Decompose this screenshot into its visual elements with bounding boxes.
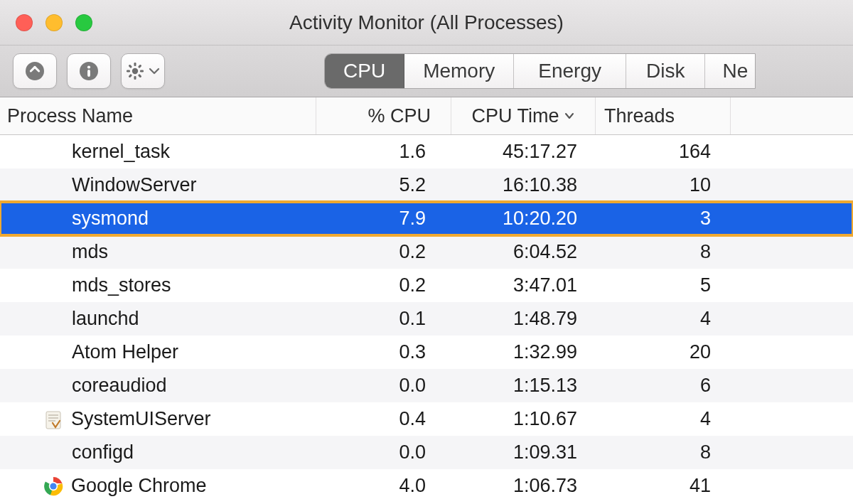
svg-rect-18 bbox=[48, 420, 55, 422]
cell-threads: 8 bbox=[596, 235, 731, 269]
stop-icon bbox=[25, 61, 45, 81]
cell-process-name: kernel_task bbox=[0, 135, 316, 168]
process-name-label: configd bbox=[72, 441, 134, 463]
cell-cpu-time: 16:10.38 bbox=[451, 168, 596, 202]
process-name-label: SystemUIServer bbox=[71, 408, 211, 430]
process-table-body: kernel_task1.645:17.27164WindowServer5.2… bbox=[0, 135, 853, 503]
svg-rect-12 bbox=[128, 74, 132, 78]
systemui-icon bbox=[43, 409, 64, 430]
cell-cpu-percent: 1.6 bbox=[316, 135, 451, 168]
column-label: CPU Time bbox=[471, 105, 559, 127]
cell-threads: 4 bbox=[596, 402, 731, 436]
process-name-label: Google Chrome bbox=[71, 475, 207, 497]
svg-rect-7 bbox=[134, 63, 136, 66]
svg-rect-5 bbox=[87, 70, 90, 77]
process-name-label: WindowServer bbox=[72, 174, 197, 196]
tab-network[interactable]: Ne bbox=[705, 54, 755, 88]
svg-point-6 bbox=[132, 68, 138, 74]
column-header-threads[interactable]: Threads bbox=[596, 97, 731, 134]
tab-cpu[interactable]: CPU bbox=[325, 54, 404, 88]
cell-cpu-time: 1:10.67 bbox=[451, 402, 596, 436]
cell-cpu-percent: 0.1 bbox=[316, 302, 451, 336]
titlebar: Activity Monitor (All Processes) bbox=[0, 0, 853, 45]
cell-cpu-time: 45:17.27 bbox=[451, 135, 596, 168]
tab-label: Disk bbox=[646, 60, 685, 82]
inspect-process-button[interactable] bbox=[67, 53, 111, 89]
stop-process-button[interactable] bbox=[13, 53, 57, 89]
column-label: Process Name bbox=[7, 105, 133, 127]
table-row[interactable]: WindowServer5.216:10.3810 bbox=[0, 168, 853, 202]
window-close-button[interactable] bbox=[16, 14, 33, 31]
svg-point-0 bbox=[26, 62, 44, 80]
table-row[interactable]: sysmond7.910:20.203 bbox=[0, 202, 853, 235]
cell-threads: 164 bbox=[596, 135, 731, 168]
process-name-label: sysmond bbox=[72, 208, 149, 230]
cpu-time-value: 1:10.67 bbox=[513, 408, 577, 430]
traffic-lights bbox=[0, 14, 92, 31]
gear-icon bbox=[126, 62, 144, 80]
cell-threads: 8 bbox=[596, 436, 731, 469]
cell-cpu-time: 1:09.31 bbox=[451, 436, 596, 469]
table-header: Process Name % CPU CPU Time Threads bbox=[0, 97, 853, 135]
cpu-time-value: 1:32.99 bbox=[513, 341, 577, 363]
table-row[interactable]: mds_stores0.23:47.015 bbox=[0, 269, 853, 302]
cell-cpu-time: 1:15.13 bbox=[451, 369, 596, 402]
cpu-percent-value: 0.4 bbox=[399, 408, 426, 430]
table-row[interactable]: Atom Helper0.31:32.9920 bbox=[0, 336, 853, 369]
cpu-time-value: 6:04.52 bbox=[513, 241, 577, 263]
settings-menu-button[interactable] bbox=[121, 53, 165, 89]
process-name-label: mds_stores bbox=[72, 274, 171, 296]
info-icon bbox=[79, 61, 99, 81]
cpu-time-value: 10:20.20 bbox=[503, 208, 577, 230]
window-zoom-button[interactable] bbox=[75, 14, 92, 31]
cell-cpu-percent: 0.4 bbox=[316, 402, 451, 436]
svg-rect-11 bbox=[138, 64, 142, 68]
toolbar: CPU Memory Energy Disk Ne bbox=[0, 45, 853, 97]
threads-value: 10 bbox=[690, 174, 711, 196]
cell-threads: 6 bbox=[596, 369, 731, 402]
window-minimize-button[interactable] bbox=[45, 14, 63, 31]
svg-rect-17 bbox=[48, 417, 58, 419]
threads-value: 20 bbox=[690, 341, 711, 363]
tab-memory[interactable]: Memory bbox=[404, 54, 514, 88]
svg-rect-13 bbox=[128, 64, 132, 68]
process-name-label: Atom Helper bbox=[72, 341, 178, 363]
cpu-time-value: 1:06.73 bbox=[513, 475, 577, 497]
tab-energy[interactable]: Energy bbox=[514, 54, 626, 88]
cell-process-name: launchd bbox=[0, 302, 316, 336]
svg-rect-8 bbox=[134, 76, 136, 80]
cell-process-name: sysmond bbox=[0, 202, 316, 235]
cpu-percent-value: 0.0 bbox=[399, 441, 426, 463]
table-row[interactable]: mds0.26:04.528 bbox=[0, 235, 853, 269]
svg-rect-14 bbox=[138, 74, 142, 78]
cell-cpu-percent: 0.0 bbox=[316, 436, 451, 469]
cpu-time-value: 45:17.27 bbox=[503, 141, 577, 163]
cell-cpu-time: 1:32.99 bbox=[451, 336, 596, 369]
column-header-cpu-time[interactable]: CPU Time bbox=[451, 97, 596, 134]
threads-value: 8 bbox=[700, 241, 711, 263]
process-name-label: kernel_task bbox=[72, 141, 170, 163]
column-label: Threads bbox=[604, 105, 675, 127]
table-row[interactable]: launchd0.11:48.794 bbox=[0, 302, 853, 336]
cell-threads: 4 bbox=[596, 302, 731, 336]
cell-process-name: SystemUIServer bbox=[0, 402, 316, 436]
process-name-label: launchd bbox=[72, 308, 139, 330]
table-row[interactable]: coreaudiod0.01:15.136 bbox=[0, 369, 853, 402]
tab-label: CPU bbox=[343, 60, 385, 82]
table-row[interactable]: kernel_task1.645:17.27164 bbox=[0, 135, 853, 168]
threads-value: 4 bbox=[700, 308, 711, 330]
cell-cpu-percent: 0.2 bbox=[316, 235, 451, 269]
cpu-time-value: 16:10.38 bbox=[503, 174, 577, 196]
table-row[interactable]: Google Chrome4.01:06.7341 bbox=[0, 469, 853, 503]
cpu-percent-value: 1.6 bbox=[399, 141, 426, 163]
cpu-percent-value: 0.2 bbox=[399, 241, 426, 263]
window-title: Activity Monitor (All Processes) bbox=[289, 11, 564, 34]
column-header-process-name[interactable]: Process Name bbox=[0, 97, 316, 134]
column-header-cpu-percent[interactable]: % CPU bbox=[316, 97, 451, 134]
svg-rect-9 bbox=[127, 70, 130, 73]
cell-cpu-time: 1:06.73 bbox=[451, 469, 596, 503]
cell-cpu-percent: 0.0 bbox=[316, 369, 451, 402]
table-row[interactable]: SystemUIServer0.41:10.674 bbox=[0, 402, 853, 436]
tab-disk[interactable]: Disk bbox=[626, 54, 705, 88]
table-row[interactable]: configd0.01:09.318 bbox=[0, 436, 853, 469]
